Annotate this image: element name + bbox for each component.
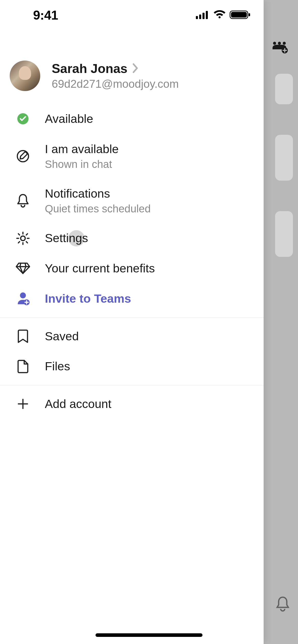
- menu-item-status-message[interactable]: I am available Shown in chat: [0, 134, 264, 179]
- background-card: [275, 74, 293, 104]
- activity-tab-icon: [275, 596, 290, 613]
- status-bar-time: 9:41: [33, 8, 58, 23]
- menu-label: Your current benefits: [45, 261, 155, 276]
- profile-name: Sarah Jonas: [52, 61, 127, 76]
- menu-item-status[interactable]: Available: [0, 104, 264, 134]
- menu-sublabel: Quiet times scheduled: [45, 202, 151, 216]
- svg-rect-5: [199, 14, 201, 19]
- menu-label: Notifications: [45, 186, 151, 201]
- background-card: [275, 211, 293, 257]
- menu-label: Invite to Teams: [45, 291, 131, 306]
- menu-item-invite[interactable]: Invite to Teams: [0, 284, 264, 314]
- home-indicator[interactable]: [96, 633, 202, 637]
- profile-row[interactable]: Sarah Jonas 69d2d271@moodjoy.com: [0, 28, 264, 104]
- bell-icon: [16, 194, 30, 208]
- menu-item-benefits[interactable]: Your current benefits: [0, 253, 264, 284]
- divider: [0, 317, 264, 318]
- battery-icon: [229, 10, 251, 21]
- edit-status-icon: [16, 149, 30, 163]
- menu-label: Available: [45, 111, 93, 126]
- status-bar: 9:41: [0, 0, 264, 28]
- status-available-icon: [16, 112, 30, 126]
- svg-rect-6: [202, 13, 205, 19]
- teams-header-icon: [271, 41, 288, 54]
- diamond-icon: [16, 261, 30, 275]
- menu-item-notifications[interactable]: Notifications Quiet times scheduled: [0, 179, 264, 223]
- avatar: [10, 61, 40, 91]
- plus-icon: [16, 397, 30, 411]
- person-add-icon: [16, 291, 30, 306]
- gear-icon: [16, 231, 30, 245]
- menu-item-settings[interactable]: Settings: [0, 223, 264, 253]
- file-icon: [16, 359, 30, 374]
- cellular-signal-icon: [196, 10, 210, 20]
- menu-label: Files: [45, 359, 70, 374]
- divider: [0, 385, 264, 385]
- svg-rect-4: [196, 16, 198, 19]
- menu-label: I am available: [45, 142, 119, 157]
- svg-rect-7: [206, 11, 208, 19]
- menu-label: Saved: [45, 329, 79, 344]
- menu-sublabel: Shown in chat: [45, 158, 119, 171]
- svg-point-12: [21, 236, 25, 241]
- menu-item-files[interactable]: Files: [0, 351, 264, 382]
- svg-point-13: [20, 292, 26, 298]
- menu-item-saved[interactable]: Saved: [0, 321, 264, 352]
- menu-label: Settings: [45, 231, 88, 246]
- chevron-right-icon: [132, 63, 139, 74]
- svg-rect-9: [231, 12, 247, 18]
- svg-rect-10: [249, 13, 250, 16]
- menu-item-add-account[interactable]: Add account: [0, 389, 264, 419]
- bookmark-icon: [16, 329, 30, 343]
- svg-point-1: [278, 42, 281, 45]
- wifi-icon: [213, 10, 226, 20]
- svg-point-2: [283, 42, 286, 45]
- navigation-drawer: 9:41: [0, 0, 264, 644]
- svg-point-0: [273, 42, 276, 45]
- menu-label: Add account: [45, 397, 111, 412]
- profile-email: 69d2d271@moodjoy.com: [52, 78, 179, 90]
- background-card: [275, 135, 293, 181]
